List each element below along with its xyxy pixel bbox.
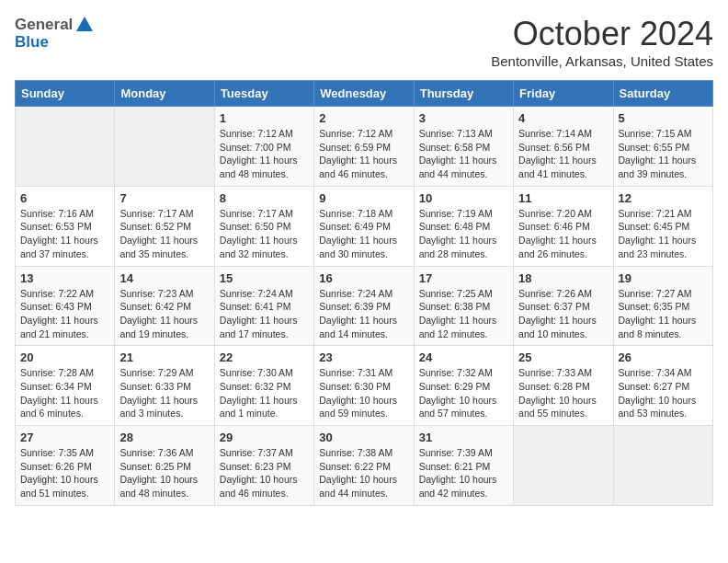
day-number: 18 [518, 271, 608, 285]
calendar-cell [115, 107, 214, 187]
day-number: 1 [220, 111, 309, 125]
day-header-saturday: Saturday [613, 81, 712, 107]
day-detail: Sunrise: 7:35 AMSunset: 6:26 PMDaylight:… [20, 446, 109, 500]
calendar-table: SundayMondayTuesdayWednesdayThursdayFrid… [15, 80, 713, 506]
calendar-week-2: 6Sunrise: 7:16 AMSunset: 6:53 PMDaylight… [16, 186, 713, 266]
calendar-cell: 10Sunrise: 7:19 AMSunset: 6:48 PMDayligh… [414, 186, 513, 266]
day-detail: Sunrise: 7:17 AMSunset: 6:52 PMDaylight:… [119, 207, 209, 261]
day-header-thursday: Thursday [414, 81, 513, 107]
day-number: 23 [319, 350, 408, 364]
calendar-cell: 27Sunrise: 7:35 AMSunset: 6:26 PMDayligh… [16, 426, 115, 506]
day-detail: Sunrise: 7:19 AMSunset: 6:48 PMDaylight:… [419, 207, 508, 261]
day-number: 20 [20, 350, 109, 364]
calendar-cell: 28Sunrise: 7:36 AMSunset: 6:25 PMDayligh… [115, 426, 214, 506]
day-number: 22 [220, 350, 309, 364]
calendar-cell: 30Sunrise: 7:38 AMSunset: 6:22 PMDayligh… [314, 426, 414, 506]
calendar-cell: 15Sunrise: 7:24 AMSunset: 6:41 PMDayligh… [214, 266, 313, 346]
day-number: 15 [220, 271, 309, 285]
calendar-cell: 9Sunrise: 7:18 AMSunset: 6:49 PMDaylight… [314, 186, 414, 266]
day-detail: Sunrise: 7:36 AMSunset: 6:25 PMDaylight:… [119, 446, 209, 500]
calendar-cell: 5Sunrise: 7:15 AMSunset: 6:55 PMDaylight… [613, 107, 712, 187]
day-number: 9 [319, 191, 408, 205]
day-number: 11 [518, 191, 608, 205]
day-number: 8 [220, 191, 309, 205]
logo-icon [74, 15, 95, 35]
day-number: 28 [119, 431, 209, 444]
calendar-cell: 2Sunrise: 7:12 AMSunset: 6:59 PMDaylight… [314, 107, 414, 187]
calendar-cell: 7Sunrise: 7:17 AMSunset: 6:52 PMDaylight… [115, 186, 214, 266]
day-detail: Sunrise: 7:12 AMSunset: 7:00 PMDaylight:… [220, 127, 309, 181]
day-number: 7 [119, 191, 209, 205]
day-number: 10 [419, 191, 508, 205]
day-number: 30 [319, 431, 408, 444]
day-detail: Sunrise: 7:33 AMSunset: 6:28 PMDaylight:… [518, 366, 608, 420]
calendar-cell: 6Sunrise: 7:16 AMSunset: 6:53 PMDaylight… [16, 186, 115, 266]
calendar-week-5: 27Sunrise: 7:35 AMSunset: 6:26 PMDayligh… [16, 426, 713, 506]
day-detail: Sunrise: 7:31 AMSunset: 6:30 PMDaylight:… [319, 366, 408, 420]
day-detail: Sunrise: 7:38 AMSunset: 6:22 PMDaylight:… [319, 446, 408, 500]
logo-blue-text: Blue [15, 33, 49, 52]
day-number: 19 [619, 271, 708, 285]
day-detail: Sunrise: 7:30 AMSunset: 6:32 PMDaylight:… [220, 366, 309, 420]
day-number: 6 [20, 191, 109, 205]
day-detail: Sunrise: 7:18 AMSunset: 6:49 PMDaylight:… [319, 207, 408, 261]
calendar-title: October 2024 [491, 15, 713, 53]
day-number: 14 [119, 271, 209, 285]
calendar-cell: 13Sunrise: 7:22 AMSunset: 6:43 PMDayligh… [16, 266, 115, 346]
day-detail: Sunrise: 7:34 AMSunset: 6:27 PMDaylight:… [619, 366, 708, 420]
day-number: 13 [20, 271, 109, 285]
calendar-cell: 8Sunrise: 7:17 AMSunset: 6:50 PMDaylight… [214, 186, 313, 266]
calendar-week-4: 20Sunrise: 7:28 AMSunset: 6:34 PMDayligh… [16, 346, 713, 426]
day-detail: Sunrise: 7:24 AMSunset: 6:39 PMDaylight:… [319, 287, 408, 341]
day-detail: Sunrise: 7:14 AMSunset: 6:56 PMDaylight:… [518, 127, 608, 181]
day-number: 12 [619, 191, 708, 205]
day-number: 24 [419, 350, 508, 364]
calendar-cell: 1Sunrise: 7:12 AMSunset: 7:00 PMDaylight… [214, 107, 313, 187]
day-header-wednesday: Wednesday [314, 81, 414, 107]
calendar-cell: 16Sunrise: 7:24 AMSunset: 6:39 PMDayligh… [314, 266, 414, 346]
day-number: 27 [20, 431, 109, 444]
day-detail: Sunrise: 7:24 AMSunset: 6:41 PMDaylight:… [220, 287, 309, 341]
calendar-cell: 24Sunrise: 7:32 AMSunset: 6:29 PMDayligh… [414, 346, 513, 426]
day-detail: Sunrise: 7:29 AMSunset: 6:33 PMDaylight:… [119, 366, 209, 420]
svg-marker-0 [76, 17, 93, 31]
day-number: 29 [220, 431, 309, 444]
day-detail: Sunrise: 7:21 AMSunset: 6:45 PMDaylight:… [619, 207, 708, 261]
day-detail: Sunrise: 7:22 AMSunset: 6:43 PMDaylight:… [20, 287, 109, 341]
day-detail: Sunrise: 7:28 AMSunset: 6:34 PMDaylight:… [20, 366, 109, 420]
day-number: 2 [319, 111, 408, 125]
day-number: 26 [619, 350, 708, 364]
calendar-cell: 25Sunrise: 7:33 AMSunset: 6:28 PMDayligh… [514, 346, 613, 426]
day-detail: Sunrise: 7:37 AMSunset: 6:23 PMDaylight:… [220, 446, 309, 500]
calendar-cell: 18Sunrise: 7:26 AMSunset: 6:37 PMDayligh… [514, 266, 613, 346]
day-detail: Sunrise: 7:13 AMSunset: 6:58 PMDaylight:… [419, 127, 508, 181]
calendar-cell: 22Sunrise: 7:30 AMSunset: 6:32 PMDayligh… [214, 346, 313, 426]
day-detail: Sunrise: 7:16 AMSunset: 6:53 PMDaylight:… [20, 207, 109, 261]
day-detail: Sunrise: 7:23 AMSunset: 6:42 PMDaylight:… [119, 287, 209, 341]
calendar-cell: 14Sunrise: 7:23 AMSunset: 6:42 PMDayligh… [115, 266, 214, 346]
calendar-cell [514, 426, 613, 506]
calendar-cell: 23Sunrise: 7:31 AMSunset: 6:30 PMDayligh… [314, 346, 414, 426]
calendar-cell: 19Sunrise: 7:27 AMSunset: 6:35 PMDayligh… [613, 266, 712, 346]
day-detail: Sunrise: 7:12 AMSunset: 6:59 PMDaylight:… [319, 127, 408, 181]
calendar-cell: 11Sunrise: 7:20 AMSunset: 6:46 PMDayligh… [514, 186, 613, 266]
calendar-subtitle: Bentonville, Arkansas, United States [491, 53, 713, 69]
day-number: 16 [319, 271, 408, 285]
calendar-week-1: 1Sunrise: 7:12 AMSunset: 7:00 PMDaylight… [16, 107, 713, 187]
day-number: 5 [619, 111, 708, 125]
calendar-cell: 26Sunrise: 7:34 AMSunset: 6:27 PMDayligh… [613, 346, 712, 426]
day-detail: Sunrise: 7:25 AMSunset: 6:38 PMDaylight:… [419, 287, 508, 341]
day-detail: Sunrise: 7:15 AMSunset: 6:55 PMDaylight:… [619, 127, 708, 181]
day-header-tuesday: Tuesday [214, 81, 313, 107]
calendar-cell: 17Sunrise: 7:25 AMSunset: 6:38 PMDayligh… [414, 266, 513, 346]
day-number: 3 [419, 111, 508, 125]
calendar-week-3: 13Sunrise: 7:22 AMSunset: 6:43 PMDayligh… [16, 266, 713, 346]
day-number: 31 [419, 431, 508, 444]
page-header: General Blue October 2024 Bentonville, A… [15, 15, 713, 69]
day-header-friday: Friday [514, 81, 613, 107]
logo: General Blue [15, 15, 95, 52]
calendar-cell [613, 426, 712, 506]
day-detail: Sunrise: 7:26 AMSunset: 6:37 PMDaylight:… [518, 287, 608, 341]
calendar-cell: 29Sunrise: 7:37 AMSunset: 6:23 PMDayligh… [214, 426, 313, 506]
calendar-cell: 3Sunrise: 7:13 AMSunset: 6:58 PMDaylight… [414, 107, 513, 187]
